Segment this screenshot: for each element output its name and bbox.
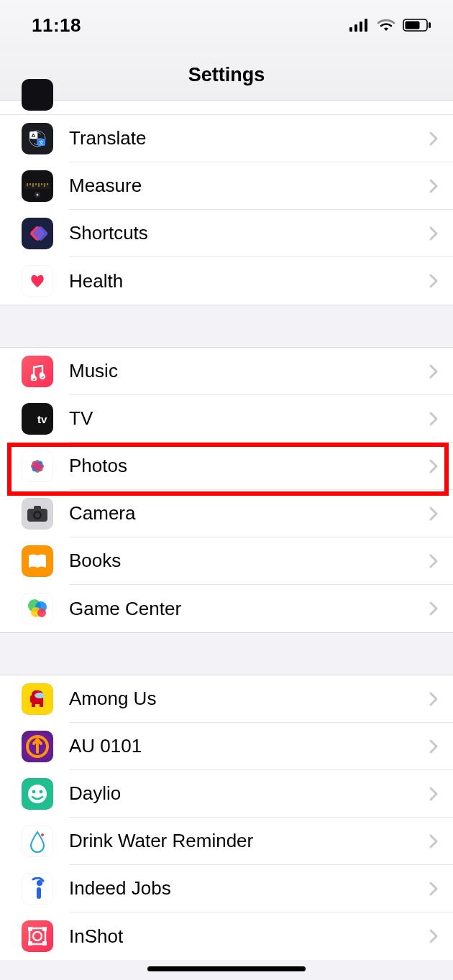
chevron-right-icon [429, 226, 439, 241]
chevron-right-icon [429, 691, 439, 707]
chevron-right-icon [429, 553, 439, 569]
translate-icon: A文 [22, 123, 53, 154]
row-daylio[interactable]: Daylio [0, 770, 453, 818]
svg-point-51 [41, 833, 44, 836]
row-shortcuts[interactable]: Shortcuts [0, 210, 453, 257]
svg-rect-37 [34, 506, 41, 510]
svg-text:文: 文 [39, 140, 44, 145]
svg-point-45 [35, 693, 45, 698]
row-label: Game Center [69, 598, 429, 620]
page-title: Settings [188, 64, 265, 86]
row-label: InShot [69, 925, 429, 948]
group-separator [0, 632, 453, 675]
svg-rect-0 [349, 27, 352, 32]
svg-text:A: A [32, 132, 36, 139]
chevron-right-icon [429, 833, 439, 849]
svg-point-49 [32, 790, 36, 794]
svg-point-48 [28, 785, 47, 803]
row-game-center[interactable]: Game Center [0, 585, 453, 632]
photos-icon [22, 450, 53, 482]
status-icons [349, 19, 431, 32]
camera-icon [22, 498, 53, 530]
row-inshot[interactable]: InShot [0, 912, 453, 960]
row-label: TV [69, 407, 429, 430]
svg-rect-3 [365, 19, 367, 32]
row-camera[interactable]: Camera [0, 490, 453, 537]
row-label: Indeed Jobs [69, 877, 429, 900]
chevron-right-icon [429, 506, 439, 522]
row-books[interactable]: Books [0, 537, 453, 585]
chevron-right-icon [429, 458, 439, 474]
svg-rect-5 [406, 22, 420, 29]
svg-rect-59 [42, 941, 47, 946]
shortcuts-icon [22, 218, 53, 249]
cellular-icon [349, 19, 370, 32]
svg-rect-2 [360, 22, 362, 32]
among-us-icon [22, 683, 53, 715]
row-among-us[interactable]: Among Us [0, 675, 453, 723]
row-label: AU 0101 [69, 735, 429, 757]
music-icon [22, 356, 53, 387]
au-0101-icon [22, 731, 53, 762]
tv-icon: tv [22, 403, 53, 435]
row-photos[interactable]: Photos [0, 443, 453, 490]
svg-point-22 [37, 194, 39, 196]
row-label: Measure [69, 175, 429, 197]
svg-rect-56 [28, 927, 32, 931]
row-au-0101[interactable]: AU 0101 [0, 723, 453, 770]
wifi-icon [377, 19, 395, 32]
chevron-right-icon [429, 178, 439, 194]
navbar: Settings [0, 50, 453, 101]
home-indicator[interactable] [147, 966, 306, 971]
svg-rect-44 [30, 695, 33, 703]
row-label: Among Us [69, 688, 429, 710]
chevron-right-icon [429, 131, 439, 147]
daylio-icon [22, 778, 53, 810]
chevron-right-icon [429, 739, 439, 754]
svg-point-52 [37, 880, 42, 886]
health-icon [22, 265, 53, 297]
row-label: Camera [69, 502, 429, 524]
row-health[interactable]: Health [0, 257, 453, 305]
svg-rect-6 [429, 22, 431, 28]
svg-rect-1 [354, 24, 357, 32]
chevron-right-icon [429, 411, 439, 427]
water-icon [22, 826, 53, 857]
row-drink-water[interactable]: Drink Water Reminder [0, 818, 453, 865]
game-center-icon [22, 593, 53, 624]
settings-group-1: A文 Translate Measure Shortcuts Health [0, 115, 453, 305]
svg-point-26 [40, 372, 44, 376]
row-label: Health [69, 270, 429, 292]
row-tv[interactable]: tv TV [0, 395, 453, 443]
status-bar: 11:18 [0, 0, 453, 50]
svg-rect-24 [32, 226, 48, 242]
svg-point-50 [40, 790, 43, 794]
row-indeed-jobs[interactable]: Indeed Jobs [0, 865, 453, 912]
svg-rect-53 [37, 887, 41, 899]
settings-group-3: Among Us AU 0101 Daylio Drink Water Remi… [0, 675, 453, 960]
svg-point-39 [35, 513, 40, 518]
chevron-right-icon [429, 273, 439, 289]
svg-text:tv: tv [37, 413, 47, 425]
battery-icon [403, 19, 431, 32]
svg-point-25 [31, 374, 35, 379]
books-icon [22, 545, 53, 577]
row-music[interactable]: Music [0, 348, 453, 395]
row-label: Shortcuts [69, 222, 429, 244]
status-time: 11:18 [32, 14, 81, 37]
chevron-right-icon [429, 786, 439, 802]
inshot-icon [22, 920, 53, 952]
chevron-right-icon [429, 881, 439, 897]
svg-rect-57 [42, 927, 47, 931]
row-label: Music [69, 360, 429, 382]
partial-row-top[interactable] [0, 101, 453, 115]
row-label: Books [69, 550, 429, 572]
measure-icon [22, 170, 53, 202]
row-translate[interactable]: A文 Translate [0, 115, 453, 162]
svg-rect-12 [24, 183, 50, 189]
row-label: Photos [69, 455, 429, 477]
svg-point-55 [33, 932, 42, 940]
row-measure[interactable]: Measure [0, 162, 453, 210]
chevron-right-icon [429, 601, 439, 616]
group-separator [0, 305, 453, 348]
